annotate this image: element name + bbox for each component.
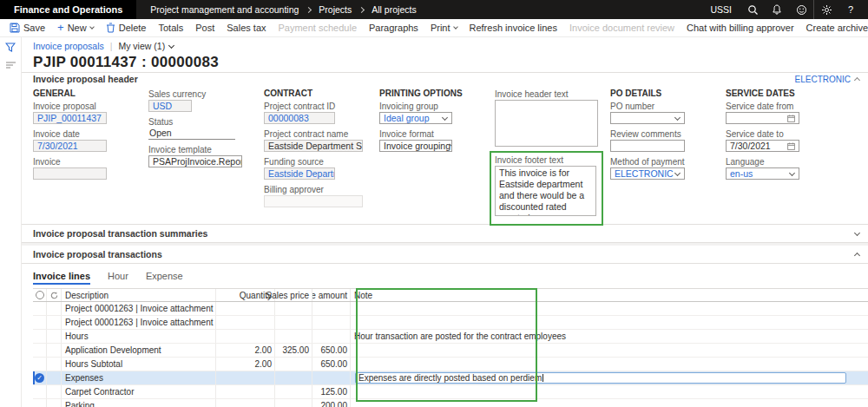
tab-invoice-lines[interactable]: Invoice lines	[33, 271, 90, 285]
row-select-cell[interactable]	[33, 316, 47, 329]
cell-note[interactable]	[351, 344, 868, 357]
section-title: Invoice proposal header	[33, 74, 138, 84]
field-value-invoice-footer-text[interactable]: This invoice is for Eastside department …	[495, 166, 596, 216]
row-select-cell[interactable]	[33, 344, 47, 357]
field-service-date-to: Service date to7/30/2021	[726, 128, 841, 152]
row-icon-cell	[47, 399, 62, 407]
toolbar-delete-button[interactable]: Delete	[100, 19, 153, 36]
toolbar-refresh-invoice-lines-button[interactable]: Refresh invoice lines	[464, 19, 564, 36]
row-select-cell[interactable]	[33, 302, 47, 315]
topbar-bell-button[interactable]	[765, 0, 789, 19]
grid-column-header-description[interactable]: Description	[62, 289, 216, 301]
cell-note[interactable]	[351, 316, 868, 329]
grid-select-all-cell[interactable]	[33, 289, 47, 301]
note-edit-input[interactable]: Expenses are directly posted based on pe…	[355, 372, 846, 384]
invoice-lines-grid: DescriptionQuantitySales priceLine amoun…	[33, 288, 868, 407]
grid-refresh-header-cell[interactable]	[47, 289, 62, 301]
cell-quantity	[216, 371, 275, 384]
field-column-1: Sales currencyUSDStatusOpenInvoice templ…	[148, 89, 264, 224]
toolbar-button-label: Paragraphs	[369, 23, 418, 33]
toolbar-print-button[interactable]: Print	[424, 19, 464, 36]
breadcrumb-item-project-management-and-accounting[interactable]: Project management and accounting	[150, 4, 299, 15]
grid-row-parking[interactable]: Parking200.00	[33, 399, 868, 407]
toolbar-invoice-document-review-button: Invoice document review	[563, 19, 681, 36]
field-value-status: Open	[148, 128, 235, 140]
field-value-invoice-template[interactable]: PSAProjInvoice.Report	[148, 155, 242, 167]
field-review-comments: Review comments	[610, 128, 726, 152]
grid-column-header-note[interactable]: Note	[351, 289, 868, 301]
row-select-cell[interactable]	[33, 399, 47, 407]
grid-row-project-00001263-invoice-attachment[interactable]: Project 00001263 | Invoice attachment	[33, 316, 868, 330]
tab-hour[interactable]: Hour	[108, 271, 128, 283]
cell-sales-price	[275, 385, 312, 398]
field-value-invoicing-group[interactable]: Ideal group	[379, 112, 452, 124]
toolbar-sales-tax-button[interactable]: Sales tax	[220, 19, 272, 36]
section-title: Invoice proposal transactions	[33, 249, 162, 259]
grid-row-hours-subtotal[interactable]: Hours Subtotal2.00650.00	[33, 358, 868, 371]
cell-note[interactable]	[351, 358, 868, 371]
row-icon-cell	[47, 302, 62, 315]
cell-line-amount	[312, 371, 351, 384]
cell-note[interactable]: Hour transaction are posted for the cont…	[351, 330, 868, 343]
grid-row-hours[interactable]: HoursHour transaction are posted for the…	[33, 330, 868, 344]
filter-icon[interactable]	[5, 42, 16, 52]
cell-note[interactable]	[351, 302, 868, 315]
row-select-cell[interactable]	[33, 385, 47, 398]
toolbar-save-button[interactable]: Save	[3, 19, 51, 36]
section-transaction-summaries[interactable]: Invoice proposal transaction summaries	[22, 225, 868, 242]
field-value-invoice-format[interactable]: Invoice grouping	[379, 140, 452, 152]
topbar-search-button[interactable]	[740, 0, 765, 19]
field-value-invoice-date: 7/30/2021	[33, 140, 107, 152]
toolbar-post-button[interactable]: Post	[189, 19, 220, 36]
grid-row-project-00001263-invoice-attachment[interactable]: Project 00001263 | Invoice attachment	[33, 302, 868, 316]
section-transactions[interactable]: Invoice proposal transactions	[22, 246, 868, 263]
field-value-service-date-to[interactable]: 7/30/2021	[726, 140, 799, 152]
field-value-language[interactable]: en-us	[726, 167, 799, 180]
toolbar-payment-schedule-button: Payment schedule	[273, 19, 364, 36]
grid-row-application-development[interactable]: Application Development2.00325.00650.00	[33, 344, 868, 358]
toolbar-paragraphs-button[interactable]: Paragraphs	[363, 19, 424, 36]
field-value-po-number[interactable]	[610, 112, 685, 124]
grid-row-expenses[interactable]: ✓ExpensesExpenses are directly posted ba…	[33, 371, 868, 385]
list-page-link[interactable]: Invoice proposals	[33, 41, 104, 51]
chevron-down-icon	[674, 114, 681, 120]
field-group-heading: GENERAL	[33, 89, 148, 100]
topbar-help-button[interactable]: ?	[838, 0, 863, 19]
breadcrumb-separator-icon	[306, 6, 312, 12]
row-select-cell[interactable]	[33, 330, 47, 343]
topbar-gear-button[interactable]	[814, 0, 838, 19]
cell-sales-price	[275, 371, 312, 384]
field-value-invoice-header-text[interactable]	[495, 100, 598, 147]
field-value-review-comments[interactable]	[610, 140, 685, 152]
calendar-icon	[787, 142, 795, 150]
field-invoice-proposal: Invoice proposalPJIP_00011437	[33, 101, 148, 124]
tab-expense[interactable]: Expense	[146, 271, 183, 283]
field-value-method-of-payment[interactable]: ELECTRONIC	[610, 167, 685, 180]
view-selector[interactable]: My view (1)	[118, 41, 174, 51]
breadcrumb-item-projects[interactable]: Projects	[319, 4, 352, 15]
grid-column-header-line-amount[interactable]: Line amount	[312, 289, 351, 301]
toolbar-chat-with-billing-approver-button[interactable]: Chat with billing approver	[681, 19, 800, 36]
chevron-down-icon	[442, 114, 448, 120]
section-invoice-proposal-header[interactable]: Invoice proposal header ELECTRONIC	[22, 72, 868, 85]
app-title[interactable]: Finance and Operations	[0, 0, 136, 19]
cell-note[interactable]: Expenses are directly posted based on pe…	[351, 371, 868, 384]
grid-row-carpet-contractor[interactable]: Carpet Contractor125.00	[33, 385, 868, 399]
toolbar-new-button[interactable]: +New	[51, 19, 100, 36]
breadcrumb-item-all-projects[interactable]: All projects	[372, 4, 416, 15]
company-selector[interactable]: USSI	[701, 0, 740, 19]
row-select-cell[interactable]	[33, 358, 47, 371]
topbar-smiley-button[interactable]	[789, 0, 813, 19]
grid-header-row: DescriptionQuantitySales priceLine amoun…	[33, 288, 868, 302]
field-value-service-date-from[interactable]	[726, 112, 799, 124]
cell-note[interactable]	[351, 385, 868, 398]
toolbar-create-archive-file-button[interactable]: Create archive file	[800, 19, 868, 36]
grid-column-header-sales-price[interactable]: Sales price	[275, 289, 312, 301]
toolbar-totals-button[interactable]: Totals	[152, 19, 189, 36]
selected-option: ELECTRONIC	[615, 168, 674, 179]
task-list-icon[interactable]	[6, 62, 16, 69]
field-label: Invoice template	[148, 144, 264, 155]
row-select-cell[interactable]: ✓	[33, 371, 47, 384]
cell-note[interactable]	[351, 399, 868, 407]
topbar-actions: USSI ?	[701, 0, 868, 19]
